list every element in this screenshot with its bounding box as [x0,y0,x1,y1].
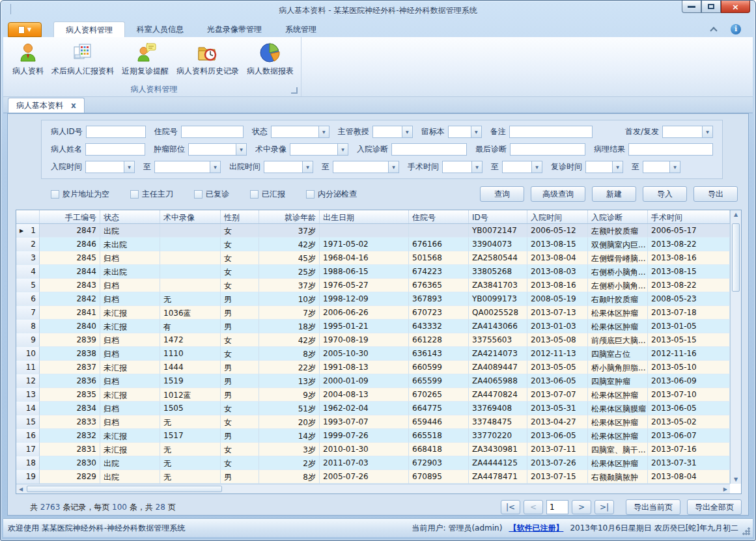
chevron-down-icon[interactable]: ▼ [236,144,246,155]
table-cell-birth-date[interactable]: 1988-06-15 [320,265,409,279]
table-cell-birth-date[interactable]: 1998-12-09 [320,292,409,306]
chevron-down-icon[interactable]: ▼ [531,161,542,173]
table-cell-admission-no[interactable]: 672903 [409,456,469,470]
table-cell-intraop-video[interactable]: 无 [160,470,221,484]
filter-remarks-input[interactable] [509,126,593,138]
table-cell-admission-date[interactable]: 2013-01-03 [527,320,588,333]
table-cell-admission-date[interactable]: 2006-05-12 [527,224,588,238]
table-cell-intraop-video[interactable]: 无 [160,443,221,456]
table-cell-admission-diagnosis[interactable]: 桥小脑角胆脂... [588,361,648,374]
table-cell-admission-date[interactable]: 2013-04-27 [527,415,588,429]
checkbox-box[interactable] [306,190,315,199]
table-cell-visit-age[interactable]: 51岁 [259,402,320,415]
table-cell-surgery-date[interactable]: 2013-08-04 [648,470,730,484]
table-cell-status[interactable]: 归档 [100,333,160,347]
table-cell-status[interactable]: 未汇报 [100,429,160,443]
filter-discharge-date-to-combo[interactable]: ▼ [333,161,399,173]
column-header-row-selector[interactable] [16,210,40,223]
row-selector-cell[interactable]: 17 [16,443,40,456]
table-cell-intraop-video[interactable]: 1472 [160,333,221,347]
table-cell-gender[interactable]: 女 [221,347,259,361]
table-cell-intraop-video[interactable]: 1012蓝 [160,388,221,402]
filter-pathology-result-input[interactable] [628,143,713,156]
table-cell-surgery-date[interactable]: 2012-11-16 [648,347,730,361]
row-selector-cell[interactable]: 3 [16,251,40,265]
table-cell-admission-no[interactable]: 660599 [409,361,469,374]
first-page-button[interactable]: |< [501,500,520,514]
chevron-down-icon[interactable]: ▼ [337,144,348,155]
table-cell-surgery-date[interactable]: 2013-01-05 [648,320,730,333]
table-cell-admission-diagnosis[interactable]: 松果体区肿瘤 [588,388,648,402]
table-cell-birth-date[interactable]: 1968-04-16 [320,251,409,265]
checkbox-box[interactable] [250,190,259,199]
patient-history-record-button[interactable]: 病人资料历史记录 [173,40,243,79]
table-cell-id-no[interactable]: ZA4065988 [469,374,527,388]
resize-grip-icon[interactable] [742,527,750,535]
table-cell-manual-no[interactable]: 2831 [40,443,100,456]
checkbox-chief-surgeon[interactable]: 主任主刀 [130,189,173,200]
chevron-down-icon[interactable]: ▼ [471,161,482,173]
table-cell-intraop-video[interactable] [160,224,221,238]
table-row[interactable]: 82840未汇报有男18岁1995-01-21643332ZA414306620… [16,320,730,333]
table-cell-admission-date[interactable]: 2013-07-13 [527,306,588,320]
chevron-down-icon[interactable]: ▼ [318,126,329,137]
table-cell-birth-date[interactable]: 1962-02-04 [320,402,409,415]
table-cell-surgery-date[interactable]: 2013-07-18 [648,306,730,320]
table-cell-manual-no[interactable]: 2837 [40,361,100,374]
table-cell-admission-date[interactable]: 2013-08-03 [527,265,588,279]
table-row[interactable]: 62842归档无男10岁1998-12-09367893YB0099173200… [16,292,730,306]
file-menu-button[interactable]: ▼ [8,22,42,37]
table-cell-birth-date[interactable]: 1999-07-26 [320,429,409,443]
table-cell-id-no[interactable]: ZA3430981 [469,443,527,456]
vertical-scrollbar[interactable]: ▲ ▼ [730,210,741,484]
row-selector-cell[interactable]: 13 [16,388,40,402]
table-cell-status[interactable]: 未汇报 [100,306,160,320]
filter-surgery-date-from-combo[interactable]: ▼ [442,161,483,173]
table-cell-admission-date[interactable]: 2013-08-16 [527,279,588,292]
table-cell-birth-date[interactable]: 1995-01-21 [320,320,409,333]
column-header-manual-no[interactable]: 手工编号 [40,210,100,223]
filter-admission-date-to-combo[interactable]: ▼ [154,161,221,173]
table-cell-id-no[interactable]: ZA4470824 [469,388,527,402]
table-cell-id-no[interactable]: 33748475 [469,415,527,429]
dialog-launcher-icon[interactable] [291,87,298,94]
table-cell-surgery-date[interactable]: 2013-06-09 [648,374,730,388]
table-cell-visit-age[interactable]: 9岁 [259,388,320,402]
table-cell-admission-diagnosis[interactable]: 右颞叶胶质瘤 [588,292,648,306]
table-cell-admission-diagnosis[interactable]: 四脑室占位 [588,347,648,361]
minimize-button[interactable] [682,1,701,13]
checkbox-reported[interactable]: 已汇报 [250,189,285,200]
table-cell-admission-date[interactable]: 2012-11-13 [527,347,588,361]
table-row[interactable]: 192829出院无男8岁2005-07-26670895ZA4478471201… [16,470,730,484]
postop-report-data-button[interactable]: 术后病人汇报资料 [48,40,118,79]
table-cell-id-no[interactable]: 33769408 [469,402,527,415]
maximize-button[interactable] [701,1,721,13]
table-cell-birth-date[interactable]: 2005-07-26 [320,470,409,484]
column-header-admission-date[interactable]: 入院时间 [527,210,588,223]
table-cell-admission-diagnosis[interactable]: 右额颞脑脓肿 [588,470,648,484]
table-cell-admission-diagnosis[interactable]: 前颅底巨大脑... [588,333,648,347]
table-cell-admission-diagnosis[interactable]: 松果体区肿瘤 [588,429,648,443]
table-cell-id-no[interactable]: ZA2580544 [469,251,527,265]
table-cell-manual-no[interactable]: 2832 [40,429,100,443]
scroll-right-icon[interactable]: ▶ [723,486,727,492]
row-selector-cell[interactable]: 11 [16,361,40,374]
table-cell-surgery-date[interactable]: 2008-05-23 [648,292,730,306]
table-cell-gender[interactable]: 男 [221,388,259,402]
table-cell-status[interactable]: 未出院 [100,238,160,251]
table-cell-birth-date[interactable]: 2010-01-30 [320,443,409,456]
table-cell-status[interactable]: 未汇报 [100,443,160,456]
column-header-surgery-date[interactable]: 手术时间 [648,210,730,223]
table-cell-surgery-date[interactable]: 2006-05-17 [648,224,730,238]
tab-patient-basic-info[interactable]: 病人基本资料 x [8,98,85,113]
table-cell-intraop-video[interactable]: 1036蓝 [160,306,221,320]
export-all-pages-button[interactable]: 导出全部页 [687,499,742,515]
filter-revisit-date-from-combo[interactable]: ▼ [585,161,623,173]
scroll-left-icon[interactable]: ◀ [19,486,23,492]
table-cell-admission-diagnosis[interactable]: 四脑室肿瘤 [588,374,648,388]
filter-patient-name-input[interactable] [85,143,145,156]
collapse-ribbon-icon[interactable] [710,27,717,34]
table-cell-admission-diagnosis[interactable]: 松果体区脑膜瘤 [588,402,648,415]
table-cell-manual-no[interactable]: 2845 [40,251,100,265]
table-cell-admission-no[interactable]: 665599 [409,374,469,388]
